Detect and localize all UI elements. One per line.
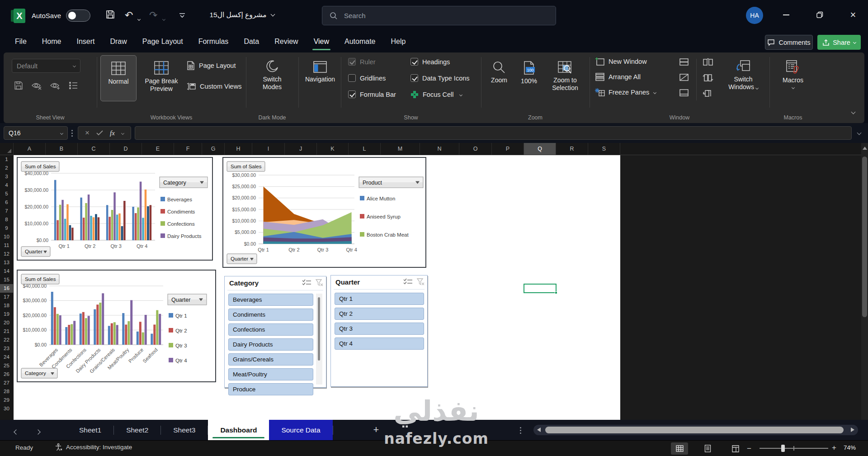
- row-header-19[interactable]: 19: [0, 310, 13, 318]
- macros-button[interactable]: Macros: [774, 55, 812, 101]
- slicer-scrollbar[interactable]: [316, 294, 322, 385]
- row-header-6[interactable]: 6: [0, 198, 13, 207]
- minimize-button[interactable]: [775, 0, 797, 30]
- sheet-nav-left[interactable]: [14, 428, 18, 436]
- formula-bar-handle[interactable]: [71, 130, 73, 137]
- expand-formula-bar-button[interactable]: [857, 131, 862, 135]
- row-header-9[interactable]: 9: [0, 224, 13, 233]
- tab-view[interactable]: View: [306, 32, 337, 52]
- tab-formulas[interactable]: Formulas: [191, 32, 236, 52]
- row-header-27[interactable]: 27: [0, 379, 13, 387]
- pivot-chart-area-products[interactable]: $0.00$5,000.00$10,000.00$15,000.00$20,00…: [222, 157, 426, 268]
- tab-automate[interactable]: Automate: [337, 32, 383, 52]
- row-header-21[interactable]: 21: [0, 327, 13, 336]
- tab-review[interactable]: Review: [267, 32, 306, 52]
- freeze-panes-button[interactable]: Freeze Panes: [595, 88, 656, 97]
- legend-field-button[interactable]: Quarter: [168, 294, 207, 305]
- column-header-J[interactable]: J: [285, 143, 317, 155]
- sheet-tab-sheet1[interactable]: Sheet1: [67, 420, 113, 440]
- split-window-icon[interactable]: [679, 58, 689, 66]
- checkbox-headings[interactable]: Headings: [410, 58, 450, 66]
- slicer-item-qtr-4[interactable]: Qtr 4: [335, 337, 424, 350]
- custom-views-button[interactable]: Custom Views: [186, 81, 241, 91]
- comments-button[interactable]: Comments: [765, 35, 813, 50]
- tab-file[interactable]: File: [7, 32, 34, 52]
- row-header-26[interactable]: 26: [0, 370, 13, 379]
- exit-sheet-view-icon[interactable]: [31, 81, 42, 90]
- column-header-L[interactable]: L: [349, 143, 381, 155]
- row-header-7[interactable]: 7: [0, 207, 13, 215]
- column-header-B[interactable]: B: [46, 143, 78, 155]
- view-page-layout-button[interactable]: [699, 442, 716, 455]
- column-header-M[interactable]: M: [381, 143, 420, 155]
- zoom-percentage[interactable]: 74%: [844, 444, 856, 451]
- autosave-toggle[interactable]: [66, 10, 90, 22]
- column-header-N[interactable]: N: [420, 143, 459, 155]
- slicer-item-produce[interactable]: Produce: [228, 383, 313, 395]
- tab-page-layout[interactable]: Page Layout: [135, 32, 191, 52]
- column-header-C[interactable]: C: [78, 143, 110, 155]
- slicer-category[interactable]: Category BeveragesCondimentsConfectionsD…: [224, 276, 326, 388]
- share-button[interactable]: Share: [817, 35, 861, 50]
- row-header-18[interactable]: 18: [0, 301, 13, 310]
- multi-select-icon[interactable]: [302, 279, 311, 287]
- column-header-A[interactable]: A: [14, 143, 46, 155]
- column-header-H[interactable]: H: [225, 143, 252, 155]
- sheet-tab-sheet2[interactable]: Sheet2: [114, 420, 160, 440]
- focus-cell-button[interactable]: Focus Cell: [410, 90, 462, 99]
- row-header-14[interactable]: 14: [0, 267, 13, 276]
- zoom-slider-thumb[interactable]: [781, 445, 785, 452]
- page-layout-view-button[interactable]: Page Layout: [186, 61, 236, 71]
- checkbox-icon[interactable]: [410, 74, 418, 82]
- checkbox-icon[interactable]: [348, 90, 356, 98]
- undo-button[interactable]: ↶: [125, 10, 133, 21]
- slicer-item-qtr-2[interactable]: Qtr 2: [335, 308, 424, 320]
- view-normal-button[interactable]: [671, 442, 688, 455]
- horizontal-scrollbar[interactable]: [533, 425, 858, 435]
- row-header-1[interactable]: 1: [0, 155, 13, 164]
- column-header-R[interactable]: R: [556, 143, 588, 155]
- save-button[interactable]: [105, 9, 116, 20]
- avatar[interactable]: HA: [746, 7, 763, 24]
- pivot-chart-sales-by-category[interactable]: $0.00$10,000.00$20,000.00$30,000.00$40,0…: [17, 270, 216, 382]
- zoom-button[interactable]: Zoom: [485, 55, 514, 101]
- row-header-28[interactable]: 28: [0, 387, 13, 396]
- formula-input[interactable]: [135, 126, 852, 140]
- row-header-20[interactable]: 20: [0, 318, 13, 327]
- column-header-S[interactable]: S: [588, 143, 620, 155]
- add-sheet-button[interactable]: +: [370, 423, 382, 436]
- slicer-item-qtr-3[interactable]: Qtr 3: [335, 323, 424, 335]
- tab-data[interactable]: Data: [236, 32, 267, 52]
- row-header-11[interactable]: 11: [0, 241, 13, 250]
- row-header-5[interactable]: 5: [0, 190, 13, 198]
- multi-select-icon[interactable]: [403, 278, 413, 286]
- row-header-25[interactable]: 25: [0, 361, 13, 370]
- row-header-10[interactable]: 10: [0, 233, 13, 241]
- view-page-break-button[interactable]: [727, 442, 744, 455]
- column-header-P[interactable]: P: [492, 143, 524, 155]
- axis-field-button[interactable]: Quarter: [227, 254, 257, 264]
- sheet-view-dropdown[interactable]: Default: [12, 59, 80, 73]
- new-sheet-view-icon[interactable]: [50, 81, 61, 90]
- zoom-to-selection-button[interactable]: Zoom toSelection: [544, 55, 586, 101]
- accessibility-status[interactable]: Accessibility: Investigate: [54, 443, 132, 451]
- zoom-100-button[interactable]: 100 100%: [515, 55, 542, 101]
- selected-cell[interactable]: [524, 284, 557, 293]
- unhide-window-icon[interactable]: [679, 89, 689, 97]
- column-header-G[interactable]: G: [202, 143, 225, 155]
- keep-sheet-view-icon[interactable]: [14, 81, 24, 90]
- search-box[interactable]: [322, 6, 556, 25]
- navigation-button[interactable]: Navigation: [301, 55, 339, 101]
- document-title[interactable]: مشروع إكسل ال15: [199, 11, 285, 19]
- row-header-30[interactable]: 30: [0, 404, 13, 413]
- tab-draw[interactable]: Draw: [102, 32, 134, 52]
- axis-field-button[interactable]: Quarter: [21, 247, 50, 256]
- column-header-K[interactable]: K: [317, 143, 349, 155]
- sheet-tab-sheet3[interactable]: Sheet3: [161, 420, 208, 440]
- select-all-corner[interactable]: [0, 143, 14, 155]
- row-header-16[interactable]: 16: [0, 284, 13, 293]
- vertical-scrollbar[interactable]: [861, 143, 868, 420]
- tabbar-kebab[interactable]: [520, 427, 521, 434]
- close-button[interactable]: ×: [842, 0, 864, 30]
- row-header-2[interactable]: 2: [0, 164, 13, 172]
